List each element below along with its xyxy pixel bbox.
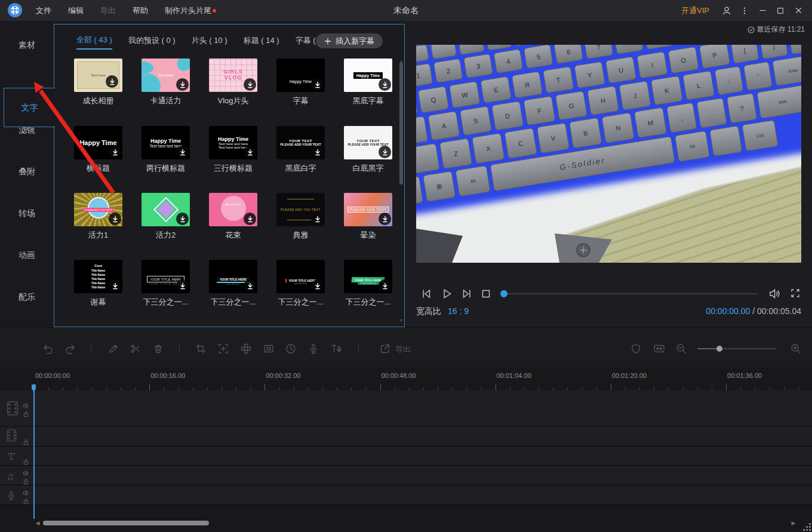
template-item[interactable]: YOUR TITLE HEREyour title here下三分之一... xyxy=(276,260,325,307)
timeline-zoom-slider[interactable] xyxy=(697,348,776,349)
template-thumbnail[interactable]: CastTitle NameTitle NameTitle NameTitle … xyxy=(74,260,122,293)
next-frame-button[interactable] xyxy=(460,287,473,300)
template-item[interactable]: Happy TimeText here text here两行横标题 xyxy=(142,126,190,174)
template-item[interactable]: Happy Time横标题 xyxy=(74,126,122,174)
sidebar-item-animation[interactable]: 动画 xyxy=(0,246,54,264)
download-icon[interactable] xyxy=(244,213,256,225)
download-icon[interactable] xyxy=(311,213,324,225)
voiceover-icon[interactable] xyxy=(306,342,321,356)
timeline-scrollbar[interactable] xyxy=(43,521,209,525)
download-icon[interactable] xyxy=(311,146,324,158)
template-thumbnail[interactable]: PLEASE ADD YOU TEXT xyxy=(276,193,325,226)
download-icon[interactable] xyxy=(244,146,256,158)
seek-knob[interactable] xyxy=(500,290,508,297)
template-item[interactable]: Text here成长相册 xyxy=(74,59,122,106)
menu-file[interactable]: 文件 xyxy=(27,5,60,16)
export-icon[interactable] xyxy=(378,342,392,356)
cut-icon[interactable] xyxy=(128,342,143,356)
redo-icon[interactable] xyxy=(63,342,78,356)
template-thumbnail[interactable]: PLEASE ADD YOU TEXT xyxy=(74,193,122,226)
lock-open-icon[interactable] xyxy=(23,409,29,420)
fullscreen-icon[interactable] xyxy=(789,287,802,300)
menu-edit[interactable]: 编辑 xyxy=(60,5,92,16)
export-label[interactable]: 导出 xyxy=(395,344,411,355)
template-thumbnail[interactable]: YOUR TITLE HEREYOUR SUBTITLE xyxy=(344,260,392,293)
download-icon[interactable] xyxy=(244,279,256,292)
resize-grip-icon[interactable] xyxy=(802,523,811,531)
maximize-button[interactable] xyxy=(771,0,789,21)
template-thumbnail[interactable]: ADD YOU TEXT xyxy=(209,193,257,226)
panel-scrollbar[interactable] xyxy=(399,62,403,184)
template-thumbnail[interactable]: PLEASE ADD TEXT xyxy=(344,193,392,226)
sidebar-item-overlay[interactable]: 叠附 xyxy=(0,162,54,180)
playhead[interactable] xyxy=(33,385,35,519)
template-thumbnail[interactable]: Happy Time xyxy=(344,59,392,92)
lock-open-icon[interactable] xyxy=(23,496,29,507)
scroll-down-icon[interactable]: ▼ xyxy=(399,318,404,323)
minimize-button[interactable] xyxy=(753,0,771,21)
template-thumbnail[interactable]: Happy Time xyxy=(276,59,325,92)
duration-icon[interactable] xyxy=(284,342,298,356)
template-item[interactable]: PLEASE ADD YOU TEXT活力1 xyxy=(74,193,122,241)
track-pip[interactable] xyxy=(0,426,812,447)
template-item[interactable]: YOUR TITLE HEREYOUR TITLE HERE下三分之一... xyxy=(142,260,190,307)
sidebar-item-text[interactable]: 文字 xyxy=(4,99,55,116)
track-music[interactable]: ♫ xyxy=(0,466,812,485)
seek-bar[interactable] xyxy=(502,293,757,294)
template-thumbnail[interactable]: YOUR TITLE HEREyour title here xyxy=(276,260,325,293)
download-icon[interactable] xyxy=(176,213,189,225)
zoom-in-icon[interactable] xyxy=(789,342,803,356)
template-thumbnail[interactable]: YOUR TITLE HEREyour title here xyxy=(209,260,257,293)
template-thumbnail[interactable]: Happy TimeText here text hereText here t… xyxy=(209,126,257,159)
play-button[interactable] xyxy=(440,287,453,300)
template-thumbnail[interactable]: YOUR TITLE HEREYOUR TITLE HERE xyxy=(142,260,190,293)
marker-icon[interactable] xyxy=(629,342,643,356)
template-thumbnail[interactable] xyxy=(142,193,190,226)
template-item[interactable]: PLEASE ADD YOU TEXT典雅 xyxy=(276,193,325,241)
download-icon[interactable] xyxy=(109,146,121,158)
download-icon[interactable] xyxy=(311,78,324,91)
template-item[interactable]: Text Here卡通活力 xyxy=(142,59,190,106)
template-item[interactable]: PLEASE ADD TEXT晕染 xyxy=(344,193,392,241)
download-icon[interactable] xyxy=(379,213,391,225)
sidebar-item-transition[interactable]: 转场 xyxy=(0,204,54,222)
template-item[interactable]: YOUR TEXTPLEASE ADD YOUR TEXT黑底白字 xyxy=(276,126,325,174)
template-item[interactable]: Happy Time黑底字幕 xyxy=(344,59,392,106)
account-icon[interactable] xyxy=(718,0,736,21)
template-item[interactable]: YOUR TITLE HEREyour title here下三分之一... xyxy=(209,260,257,307)
download-icon[interactable] xyxy=(176,146,189,158)
undo-icon[interactable] xyxy=(41,342,55,356)
template-item[interactable]: GIRLSVLOGVlog片头 xyxy=(209,59,257,106)
download-icon[interactable] xyxy=(244,78,256,91)
text-to-speech-icon[interactable] xyxy=(329,342,343,356)
template-thumbnail[interactable]: Happy Time xyxy=(74,126,122,159)
stop-button[interactable] xyxy=(479,287,493,300)
timeline-ruler[interactable]: 00:00:00.0000:00:16.0000:00:32.0000:00:4… xyxy=(0,367,812,391)
fit-timeline-icon[interactable] xyxy=(652,342,666,356)
template-item[interactable]: Happy Time字幕 xyxy=(276,59,325,106)
template-thumbnail[interactable]: GIRLSVLOG xyxy=(209,59,257,92)
template-item[interactable]: 活力2 xyxy=(142,193,190,241)
menu-help[interactable]: 帮助 xyxy=(124,5,156,16)
template-item[interactable]: CastTitle NameTitle NameTitle NameTitle … xyxy=(74,260,122,307)
zoom-region-icon[interactable] xyxy=(216,342,230,356)
download-icon[interactable] xyxy=(109,279,121,292)
track-voiceover[interactable] xyxy=(0,485,812,505)
mosaic-icon[interactable] xyxy=(239,342,253,356)
template-thumbnail[interactable]: Text Here xyxy=(142,59,190,92)
scroll-left-icon[interactable]: ◀ xyxy=(35,520,41,526)
crop-icon[interactable] xyxy=(193,342,208,356)
menu-intro-outro[interactable]: 制作片头片尾 xyxy=(156,5,220,16)
download-icon[interactable] xyxy=(176,279,189,292)
template-item[interactable]: YOUR TEXTPLEASE ADD YOUR TEXT白底黑字 xyxy=(344,126,392,174)
scroll-right-icon[interactable]: ▶ xyxy=(791,520,796,526)
vip-button[interactable]: 开通VIP xyxy=(681,5,709,16)
zoom-slider-handle[interactable] xyxy=(716,346,722,352)
template-item[interactable]: ADD YOU TEXT花束 xyxy=(209,193,257,241)
download-icon[interactable] xyxy=(176,78,189,91)
aspect-ratio-value[interactable]: 16 : 9 xyxy=(448,306,469,316)
download-icon[interactable] xyxy=(379,146,391,158)
download-icon[interactable] xyxy=(109,213,121,225)
template-item[interactable]: YOUR TITLE HEREYOUR SUBTITLE下三分之一... xyxy=(344,260,392,307)
freeze-frame-icon[interactable] xyxy=(262,342,276,356)
